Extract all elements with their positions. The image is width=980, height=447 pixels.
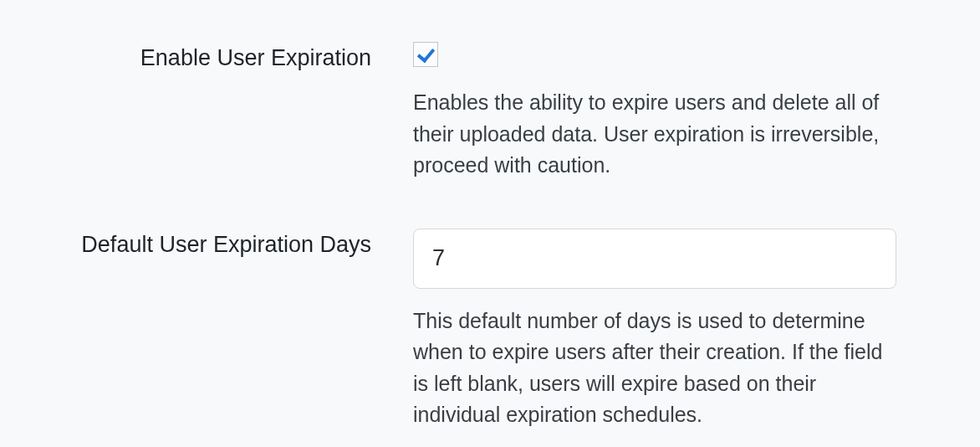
default-expiration-days-label-col: Default User Expiration Days (33, 229, 371, 259)
default-expiration-days-row: Default User Expiration Days This defaul… (33, 229, 896, 431)
default-expiration-days-help: This default number of days is used to d… (413, 306, 896, 431)
default-expiration-days-control-col: This default number of days is used to d… (413, 229, 896, 431)
enable-user-expiration-checkbox-wrapper (413, 42, 438, 70)
enable-user-expiration-label: Enable User Expiration (140, 45, 371, 70)
enable-user-expiration-label-col: Enable User Expiration (33, 42, 371, 73)
enable-user-expiration-checkbox[interactable] (413, 42, 438, 67)
enable-user-expiration-control-col: Enables the ability to expire users and … (413, 42, 896, 182)
default-expiration-days-label: Default User Expiration Days (81, 232, 371, 257)
default-expiration-days-input[interactable] (413, 229, 896, 289)
enable-user-expiration-row: Enable User Expiration Enables the abili… (33, 42, 896, 182)
enable-user-expiration-help: Enables the ability to expire users and … (413, 87, 896, 182)
